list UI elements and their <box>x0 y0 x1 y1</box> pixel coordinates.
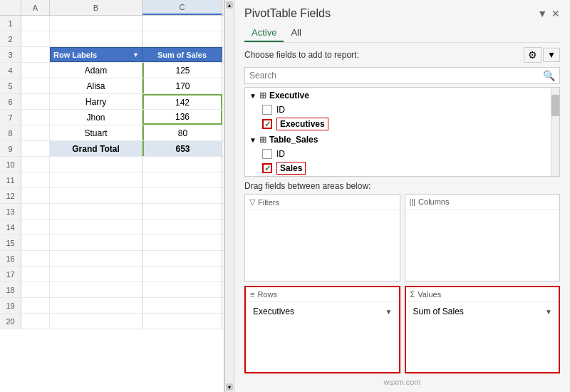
expand-icon: ▼ <box>249 136 256 144</box>
table-row: 12 <box>0 188 224 204</box>
pivot-panel-close-btn[interactable]: ✕ <box>551 8 560 19</box>
rows-item: Executives ▼ <box>250 305 395 318</box>
row-num: 2 <box>0 31 21 46</box>
cell-c1[interactable] <box>142 16 222 31</box>
sales-checkbox[interactable] <box>262 163 272 173</box>
pivot-table-fields-panel: PivotTable Fields ▼ ✕ Active All Choose … <box>234 0 570 392</box>
table-row: 3 Executives Row Labels ▼ Sum of Sales <box>0 47 224 63</box>
table-row: 11 <box>0 172 224 188</box>
cell-c6-142[interactable]: 142 <box>142 94 222 109</box>
cell-c2[interactable] <box>142 31 222 46</box>
cell-b2[interactable] <box>50 31 142 46</box>
cell-b8-stuart[interactable]: Stuart <box>50 125 142 140</box>
pivot-panel-title: PivotTable Fields <box>244 7 331 20</box>
scroll-down-arrow[interactable]: ▼ <box>226 383 233 391</box>
executive-id-checkbox[interactable] <box>262 105 272 115</box>
scroll-up-arrow[interactable]: ▲ <box>226 1 233 9</box>
rows-icon: ≡ <box>250 290 254 299</box>
cell-b4-adam[interactable]: Adam <box>50 63 142 78</box>
values-area[interactable]: Σ Values Sum of Sales ▼ <box>405 286 561 373</box>
table-row: 13 <box>0 204 224 220</box>
cell-c9-653: 653 <box>142 141 222 156</box>
row-num: 9 <box>0 141 21 156</box>
expand-icon: ▼ <box>249 92 256 100</box>
sheet-rows: 1 2 3 Executives Row Labels ▼ Sum of Sal… <box>0 16 224 392</box>
cell-b9-grand-total: Grand Total <box>50 141 142 156</box>
col-b-header: B <box>50 0 142 15</box>
gear-dropdown-btn[interactable]: ▼ <box>543 48 560 62</box>
field-item-sales-id[interactable]: ID <box>245 148 559 160</box>
executives-checkbox[interactable] <box>262 119 272 129</box>
values-item-text: Sum of Sales <box>410 305 544 318</box>
table-row: 4 Adam 125 <box>0 63 224 78</box>
cell-c5-170[interactable]: 170 <box>142 78 222 93</box>
fields-scrollbar[interactable] <box>551 88 559 176</box>
sales-id-checkbox[interactable] <box>262 149 272 159</box>
executive-group-label: Executive <box>269 91 309 100</box>
cell-a6[interactable] <box>21 94 50 109</box>
tab-active[interactable]: Active <box>244 24 284 42</box>
scrollbar-thumb <box>551 95 560 116</box>
watermark: wsxm.com <box>234 376 570 388</box>
col-a-header: A <box>21 0 50 15</box>
table-row: 20 <box>0 314 224 329</box>
search-row: 🔍 <box>244 67 560 84</box>
cell-a1[interactable] <box>21 16 50 31</box>
field-item-executive-id[interactable]: ID <box>245 103 559 116</box>
tab-all[interactable]: All <box>284 24 308 42</box>
cell-a8[interactable] <box>21 125 50 140</box>
cell-a2[interactable] <box>21 31 50 46</box>
values-content: Sum of Sales ▼ <box>406 302 559 372</box>
columns-icon: ||| <box>410 197 416 206</box>
field-label-executives: Executives <box>276 118 328 130</box>
field-item-sales[interactable]: Sales <box>245 160 559 176</box>
cell-c4-125[interactable]: 125 <box>142 63 222 78</box>
rows-header: ≡ Rows <box>246 287 399 302</box>
row-num: 4 <box>0 63 21 78</box>
field-item-executives[interactable]: Executives <box>245 116 559 132</box>
columns-label: Columns <box>418 197 449 206</box>
values-icon: Σ <box>410 290 415 299</box>
cell-a5[interactable] <box>21 78 50 93</box>
pivot-panel-dropdown-btn[interactable]: ▼ <box>537 8 547 19</box>
choose-fields-label: Choose fields to add to report: <box>244 50 359 60</box>
spreadsheet-panel: A B C 1 2 3 Executives Row Labels ▼ <box>0 0 224 392</box>
cell-c7-136[interactable]: 136 <box>142 110 222 125</box>
cell-c8-80[interactable]: 80 <box>142 125 222 140</box>
gear-button[interactable]: ⚙ <box>524 47 542 63</box>
cell-b7-jhon[interactable]: Jhon <box>50 110 142 125</box>
rows-item-dropdown[interactable]: ▼ <box>383 306 395 317</box>
values-item-dropdown[interactable]: ▼ <box>543 306 554 317</box>
columns-area[interactable]: ||| Columns <box>405 194 561 282</box>
cell-a3[interactable] <box>21 47 50 62</box>
drag-areas: ▽ Filters ||| Columns ≡ Rows Executives … <box>244 194 560 373</box>
table-icon: ⊞ <box>259 135 266 145</box>
table-row: 15 <box>0 235 224 251</box>
table-row: 1 <box>0 16 224 31</box>
row-num: 6 <box>0 94 21 109</box>
table-row: 17 <box>0 267 224 282</box>
table-sales-group-header[interactable]: ▼ ⊞ Table_Sales <box>245 132 559 148</box>
filters-label: Filters <box>258 198 279 207</box>
table-row: 2 <box>0 31 224 47</box>
pivot-sum-of-sales-header: Sum of Sales <box>142 47 222 62</box>
table-row: 14 <box>0 220 224 235</box>
cell-a9[interactable] <box>21 141 50 156</box>
search-icon: 🔍 <box>543 70 555 81</box>
cell-b6-harry[interactable]: Harry <box>50 94 142 109</box>
cell-b5-alisa[interactable]: Alisa <box>50 78 142 93</box>
scrollbar[interactable]: ▲ ▼ <box>224 0 234 392</box>
filter-icon[interactable]: ▼ <box>133 51 139 58</box>
field-label-executive-id: ID <box>276 105 285 115</box>
search-input[interactable] <box>249 71 543 81</box>
rows-area[interactable]: ≡ Rows Executives ▼ <box>244 286 400 373</box>
cell-a7[interactable] <box>21 110 50 125</box>
cell-a4[interactable] <box>21 63 50 78</box>
drag-fields-label: Drag fields between areas below: <box>234 177 570 194</box>
filters-content <box>245 210 400 281</box>
row-num-header <box>0 0 21 15</box>
filters-area[interactable]: ▽ Filters <box>244 194 400 282</box>
table-sales-group-label: Table_Sales <box>269 135 318 145</box>
executive-group-header[interactable]: ▼ ⊞ Executive <box>245 88 559 103</box>
cell-b1[interactable] <box>50 16 142 31</box>
